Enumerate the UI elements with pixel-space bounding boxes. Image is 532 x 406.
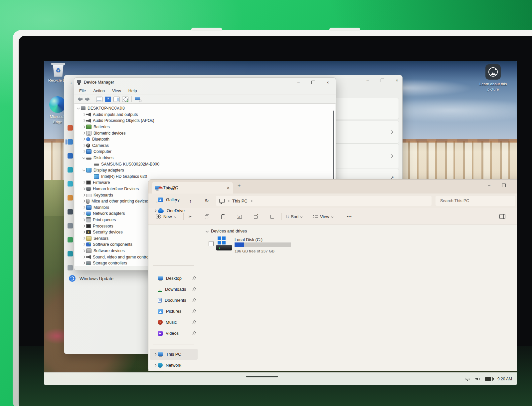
taskbar-gesture-bar[interactable] [246, 376, 278, 377]
tree-item[interactable]: Audio inputs and outputs [75, 112, 333, 118]
sidebar-item[interactable]: Gallery [150, 194, 198, 205]
settings-network-internet-icon[interactable] [68, 167, 73, 173]
settings-system-icon[interactable] [68, 139, 73, 145]
menu-item[interactable]: View [108, 89, 125, 93]
settings-apps-icon[interactable] [68, 195, 73, 201]
tree-chevron-icon[interactable] [82, 187, 86, 191]
desktop-icon-learn-about-picture[interactable]: Learn about this picture [476, 64, 510, 92]
sidebar-item[interactable]: Documents [150, 295, 198, 306]
tree-chevron-icon[interactable] [82, 205, 86, 210]
maximize-button[interactable] [375, 76, 390, 85]
clock[interactable]: 9:20 AM [497, 377, 512, 381]
sidebar-item[interactable]: Music [150, 317, 198, 328]
sidebar-item[interactable]: This PC [150, 349, 198, 360]
item-checkbox[interactable] [209, 241, 214, 246]
tree-chevron-icon[interactable] [82, 217, 86, 222]
tree-item[interactable]: Audio Processing Objects (APOs) [75, 118, 333, 124]
forward-icon[interactable] [85, 97, 90, 101]
more-options-button[interactable]: ••• [345, 212, 353, 220]
close-button[interactable]: × [390, 76, 404, 85]
battery-icon[interactable] [485, 377, 493, 381]
tree-item[interactable]: Biometric devices [75, 130, 333, 136]
sidebar-item[interactable]: Desktop [150, 273, 198, 284]
drive-name[interactable]: Local Disk (C:) [235, 237, 263, 242]
tree-item[interactable]: DESKTOP-NC0VJI8 [75, 105, 333, 112]
tree-chevron-icon[interactable] [82, 211, 86, 216]
sidebar-item[interactable]: Videos [150, 328, 198, 339]
tree-item[interactable]: Bluetooth [75, 136, 333, 143]
search-input[interactable] [440, 198, 507, 203]
settings-home-icon[interactable] [68, 125, 73, 131]
sort-button[interactable]: ↑↓ Sort [285, 212, 302, 220]
tree-chevron-icon[interactable] [82, 224, 86, 228]
system-tray[interactable]: 9:20 AM [464, 373, 512, 385]
settings-accessibility-icon[interactable] [68, 251, 73, 256]
tree-chevron-icon[interactable] [82, 236, 86, 241]
settings-privacy-icon[interactable] [68, 265, 73, 270]
sidebar-item[interactable]: OneDrive [150, 205, 198, 216]
menu-item[interactable]: Action [89, 89, 108, 93]
tree-chevron-icon[interactable] [82, 131, 86, 136]
tree-chevron-icon[interactable] [82, 137, 86, 142]
tree-chevron-icon[interactable] [82, 180, 86, 185]
wifi-icon[interactable] [464, 377, 470, 381]
minimize-button[interactable]: – [360, 76, 375, 85]
back-icon[interactable] [78, 97, 83, 101]
volume-icon[interactable] [475, 377, 480, 381]
sidebar-item[interactable]: Network [150, 360, 198, 371]
rename-button[interactable] [235, 212, 243, 220]
tree-chevron-icon[interactable] [82, 193, 86, 198]
sidebar-item[interactable]: Home [150, 183, 198, 194]
tree-chevron-icon[interactable] [82, 149, 86, 154]
tree-chevron-icon[interactable] [82, 125, 86, 129]
scan-hardware-icon[interactable] [135, 97, 141, 102]
delete-button[interactable] [268, 212, 276, 220]
close-button[interactable]: × [320, 78, 335, 87]
menu-item[interactable]: Help [125, 89, 141, 93]
tree-chevron-icon[interactable] [82, 230, 86, 234]
chevron-right-icon[interactable] [153, 352, 158, 357]
tree-chevron-icon[interactable] [82, 248, 86, 253]
settings-gaming-icon[interactable] [68, 237, 73, 242]
tree-chevron-icon[interactable] [82, 242, 86, 247]
tree-chevron-icon[interactable] [82, 118, 86, 123]
tree-item[interactable]: SAMSUNG KUS030202M-B000 [75, 161, 333, 167]
section-devices-and-drives[interactable]: Devices and drives [206, 228, 247, 233]
new-tab-button[interactable]: + [238, 183, 241, 189]
properties-icon[interactable] [113, 97, 120, 102]
update-driver-icon[interactable] [122, 97, 128, 102]
copy-button[interactable] [203, 212, 211, 220]
tree-item[interactable]: Disk drives [75, 155, 333, 161]
tree-chevron-icon[interactable] [82, 255, 86, 259]
settings-personalization-icon[interactable] [68, 181, 73, 187]
chevron-right-icon[interactable] [153, 208, 158, 213]
sidebar-item[interactable]: Downloads [150, 284, 198, 295]
chevron-right-icon[interactable] [153, 187, 158, 191]
close-tab-icon[interactable]: × [227, 185, 230, 191]
tree-item[interactable]: Display adapters [75, 167, 333, 174]
maximize-button[interactable] [306, 78, 320, 87]
tree-item[interactable]: Computer [75, 149, 333, 155]
show-list-icon[interactable] [96, 97, 102, 102]
maximize-button[interactable] [496, 181, 511, 190]
minimize-button[interactable]: – [482, 181, 496, 190]
tree-item[interactable]: Batteries [75, 124, 333, 130]
menu-item[interactable]: File [76, 89, 89, 93]
help-icon[interactable] [105, 97, 111, 102]
tree-chevron-icon[interactable] [82, 112, 86, 117]
view-button[interactable]: View [313, 212, 333, 220]
tree-chevron-icon[interactable] [82, 199, 86, 203]
minimize-button[interactable]: – [291, 78, 306, 87]
details-pane-button[interactable] [498, 212, 506, 220]
settings-bluetooth-devices-icon[interactable] [68, 153, 73, 159]
settings-time-language-icon[interactable] [68, 223, 73, 228]
share-button[interactable] [252, 212, 260, 220]
breadcrumb[interactable]: This PC [216, 196, 432, 206]
paste-button[interactable] [219, 212, 227, 220]
chevron-right-icon[interactable] [153, 198, 158, 202]
tree-item[interactable]: Intel(R) HD Graphics 620 [75, 174, 333, 180]
settings-accounts-icon[interactable] [68, 209, 73, 214]
sidebar-item[interactable]: Pictures [150, 306, 198, 317]
tree-chevron-icon[interactable] [82, 261, 86, 265]
breadcrumb-item[interactable]: This PC [232, 199, 248, 203]
